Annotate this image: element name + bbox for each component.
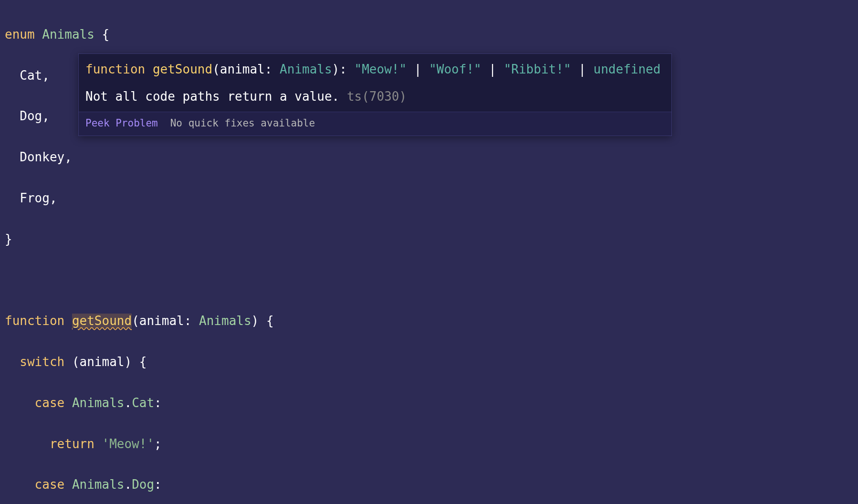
code-line: case Animals.Dog: [5, 474, 853, 495]
function-name-error[interactable]: getSound [72, 314, 132, 328]
peek-problem-link[interactable]: Peek Problem [85, 115, 158, 132]
code-line: case Animals.Cat: [5, 393, 853, 413]
code-line: Frog, [5, 188, 853, 209]
code-line: enum Animals { [5, 24, 853, 45]
keyword-function: function [5, 314, 64, 328]
enum-name: Animals [42, 27, 94, 42]
no-quick-fixes-label: No quick fixes available [170, 115, 315, 132]
keyword-enum: enum [5, 27, 35, 42]
hover-actions: Peek Problem No quick fixes available [79, 112, 671, 136]
error-code: ts(7030) [347, 89, 407, 104]
code-line: switch (animal) { [5, 352, 853, 372]
code-line: } [5, 229, 853, 250]
code-line: function getSound(animal: Animals) { [5, 311, 853, 331]
enum-member-donkey: Donkey, [5, 150, 72, 164]
hover-error-message: Not all code paths return a value. ts(70… [79, 84, 671, 112]
code-line [5, 270, 853, 291]
hover-signature: function getSound(animal: Animals): "Meo… [79, 54, 671, 84]
enum-member-dog: Dog, [5, 109, 50, 123]
hover-tooltip[interactable]: function getSound(animal: Animals): "Meo… [78, 53, 672, 136]
keyword-switch: switch [5, 355, 64, 369]
enum-member-frog: Frog, [5, 191, 57, 205]
code-line: return 'Meow!'; [5, 434, 853, 454]
enum-member-cat: Cat, [5, 68, 50, 83]
code-line: Donkey, [5, 147, 853, 168]
